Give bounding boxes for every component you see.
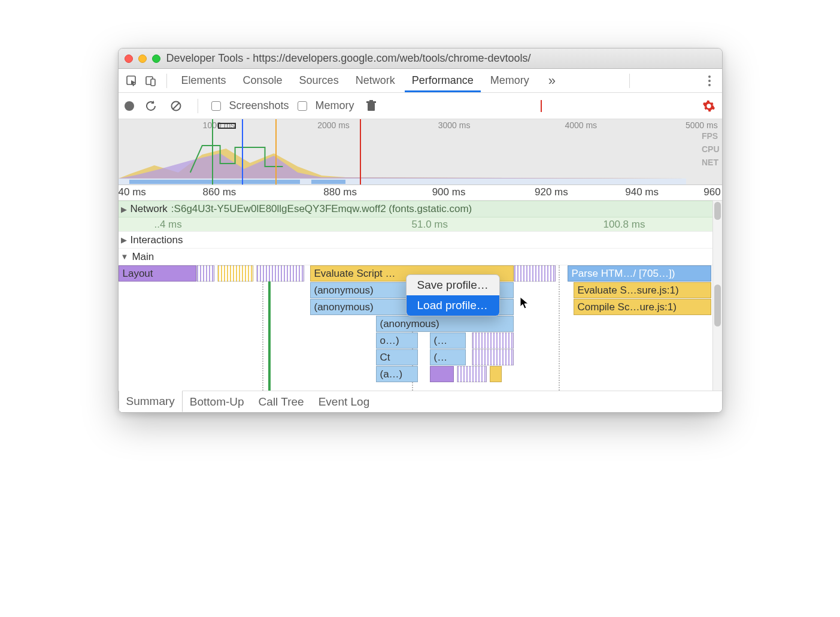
flame-bar[interactable]: (…	[430, 349, 466, 365]
overview-side-labels: FPS CPU NET	[702, 131, 720, 167]
memory-checkbox[interactable]	[298, 101, 307, 111]
overview-tick: 4000 ms	[565, 120, 597, 130]
frame-value: 51.0 ms	[412, 219, 448, 231]
network-request-text: :S6g4U3t-Y5UEw0lE80llgEseQY3FEmqw.woff2 …	[171, 203, 472, 215]
ruler-tick: 40 ms	[119, 186, 146, 198]
tab-event-log[interactable]: Event Log	[311, 391, 377, 412]
flame-bar[interactable]: o…)	[376, 332, 418, 349]
flame-bar[interactable]: (anonymous)	[376, 316, 514, 332]
garbage-collect-icon[interactable]	[363, 98, 380, 114]
frame-value: 100.8 ms	[604, 219, 645, 231]
tab-bottom-up[interactable]: Bottom-Up	[183, 391, 251, 412]
clear-button[interactable]	[168, 98, 184, 114]
minimize-window-button[interactable]	[138, 55, 147, 63]
flame-bar[interactable]: Parse HTM…/ [705…])	[568, 265, 711, 282]
flame-bar[interactable]	[196, 265, 214, 282]
ruler-tick: 920 ms	[535, 186, 568, 198]
inspect-icon[interactable]	[123, 72, 140, 89]
svg-rect-5	[368, 103, 375, 111]
scrollbar-thumb[interactable]	[714, 202, 721, 220]
tab-elements[interactable]: Elements	[174, 69, 233, 92]
details-tabbar: Summary Bottom-Up Call Tree Event Log	[119, 391, 722, 412]
grid-line	[262, 265, 263, 391]
tab-memory[interactable]: Memory	[483, 69, 536, 92]
ruler-tick: 860 ms	[203, 186, 236, 198]
capture-settings-icon[interactable]	[702, 99, 715, 113]
vertical-scrollbar[interactable]	[712, 201, 722, 391]
device-toggle-icon[interactable]	[142, 72, 159, 89]
fps-label: FPS	[702, 131, 720, 141]
flame-bar[interactable]	[490, 366, 502, 382]
tab-sources[interactable]: Sources	[292, 69, 346, 92]
flame-bar[interactable]	[430, 366, 454, 382]
main-label: Main	[132, 251, 154, 263]
frame-value: ..4 ms	[154, 219, 182, 231]
interactions-label: Interactions	[131, 234, 183, 246]
reload-button[interactable]	[142, 98, 159, 114]
flame-bar[interactable]: Ct	[376, 349, 418, 365]
menu-load-profile[interactable]: Load profile…	[407, 295, 499, 316]
flame-bar[interactable]	[472, 349, 514, 365]
network-track-header[interactable]: ▶ Network :S6g4U3t-Y5UEw0lE80llgEseQY3FE…	[119, 201, 712, 217]
overview-ticks: 1000 ms 2000 ms 3000 ms 4000 ms 5000 ms	[119, 120, 722, 130]
flame-bar[interactable]: (…	[430, 332, 466, 349]
context-menu: Save profile… Load profile…	[406, 274, 500, 316]
network-label: Network	[131, 203, 168, 215]
flame-bar[interactable]	[256, 265, 304, 282]
traffic-lights	[125, 55, 160, 63]
ruler-tick: 900 ms	[432, 186, 466, 198]
overview-tick: 2000 ms	[317, 120, 350, 130]
separator	[629, 74, 630, 88]
record-button[interactable]	[125, 101, 134, 111]
cpu-label: CPU	[702, 144, 720, 154]
marker-line	[268, 265, 271, 391]
flame-bar[interactable]: (a…)	[376, 366, 418, 382]
interactions-track-header[interactable]: ▶ Interactions	[119, 231, 712, 248]
grid-line	[559, 265, 560, 391]
flame-bar[interactable]: Compile Sc…ure.js:1)	[574, 299, 711, 315]
scrollbar-thumb[interactable]	[714, 285, 721, 326]
flame-bar[interactable]: Layout	[119, 265, 196, 282]
more-options-button[interactable]	[702, 75, 717, 86]
flame-bar[interactable]	[514, 265, 556, 282]
overview-selection[interactable]	[218, 123, 236, 129]
overview-marker-orange	[275, 119, 277, 185]
flame-bar[interactable]	[217, 265, 253, 282]
window-titlebar: Developer Tools - https://developers.goo…	[119, 49, 722, 69]
flame-bar[interactable]	[457, 366, 487, 382]
devtools-tabbar: Elements Console Sources Network Perform…	[119, 69, 722, 93]
tab-network[interactable]: Network	[348, 69, 402, 92]
main-track-header[interactable]: ▼ Main	[119, 248, 712, 265]
tab-call-tree[interactable]: Call Tree	[251, 391, 311, 412]
performance-toolbar: Screenshots Memory	[119, 93, 722, 119]
overview-cpu-graph	[119, 143, 686, 179]
separator	[198, 99, 198, 113]
tab-summary[interactable]: Summary	[119, 391, 183, 412]
flame-bar[interactable]	[472, 332, 514, 349]
devtools-window: Developer Tools - https://developers.goo…	[118, 48, 723, 413]
flame-bar[interactable]: Evaluate S…sure.js:1)	[574, 282, 711, 298]
cursor-icon	[520, 297, 530, 310]
ruler-tick: 960	[703, 186, 720, 198]
collapse-icon: ▼	[121, 252, 129, 261]
tabs-overflow-button[interactable]: »	[541, 68, 563, 93]
expand-icon: ▶	[121, 205, 127, 214]
timeline-overview[interactable]: 1000 ms 2000 ms 3000 ms 4000 ms 5000 ms …	[119, 119, 722, 185]
menu-save-profile[interactable]: Save profile…	[407, 275, 499, 295]
zoom-window-button[interactable]	[152, 55, 160, 63]
memory-label: Memory	[316, 99, 354, 112]
ruler[interactable]: 40 ms 860 ms 880 ms 900 ms 920 ms 940 ms…	[119, 185, 722, 201]
svg-line-4	[173, 103, 179, 109]
tab-performance[interactable]: Performance	[405, 69, 481, 92]
overview-tick: 5000 ms	[686, 120, 718, 130]
overview-marker-green	[212, 119, 213, 185]
tracks: ▶ Network :S6g4U3t-Y5UEw0lE80llgEseQY3FE…	[119, 201, 712, 391]
close-window-button[interactable]	[125, 55, 133, 63]
screenshots-checkbox[interactable]	[211, 101, 221, 111]
flame-chart[interactable]: LayoutEvaluate Script …Parse HTM…/ [705……	[119, 265, 712, 391]
screenshots-label: Screenshots	[229, 99, 289, 112]
separator	[166, 74, 167, 88]
tab-console[interactable]: Console	[236, 69, 290, 92]
ruler-tick: 940 ms	[625, 186, 659, 198]
overview-marker-red	[360, 119, 361, 185]
